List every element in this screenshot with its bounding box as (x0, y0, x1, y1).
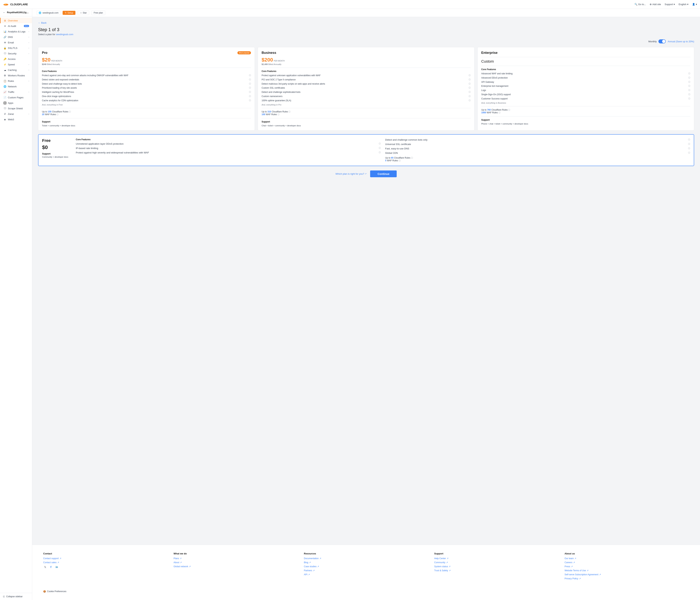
sidebar-item-overview[interactable]: ⊞ Overview (0, 18, 32, 23)
info-icon[interactable]: ⓘ (469, 82, 471, 85)
info-icon[interactable]: ⓘ (688, 143, 690, 145)
info-icon[interactable]: ⓘ (289, 110, 291, 113)
trust-safety-link[interactable]: Trust & Safety ↗ (434, 569, 559, 572)
domain-link[interactable]: seedingsub.com (56, 33, 73, 36)
community-link[interactable]: Community ↗ (434, 561, 559, 564)
billing-toggle-switch[interactable] (658, 40, 666, 43)
star-button[interactable]: ☆ Star (78, 10, 89, 15)
subscription-agreement-link[interactable]: Self-serve Subscription Agreement ↗ (565, 573, 689, 576)
api-link[interactable]: API ↗ (304, 573, 428, 576)
twitter-icon[interactable]: 𝕏 (43, 565, 47, 569)
info-icon[interactable]: ⓘ (249, 99, 251, 102)
our-team-link[interactable]: Our team ↗ (565, 557, 689, 560)
info-icon[interactable]: ⓘ (277, 113, 279, 116)
account-switcher[interactable]: ← Royalthai61091@gm... (0, 9, 32, 16)
sidebar-item-zaraz[interactable]: Z Zaraz › (0, 111, 32, 117)
documentation-link[interactable]: Documentation ↗ (304, 557, 428, 560)
facebook-icon[interactable]: f (49, 565, 53, 569)
info-icon[interactable]: ⓘ (56, 113, 58, 116)
collapse-sidebar-button[interactable]: ⟨⟨ Collapse sidebar (0, 593, 32, 600)
info-icon[interactable]: ⓘ (688, 76, 690, 79)
linkedin-icon[interactable]: in (55, 565, 58, 569)
info-icon[interactable]: ⓘ (688, 151, 690, 154)
sidebar-item-custom-pages[interactable]: 📄 Custom Pages (0, 95, 32, 100)
info-icon[interactable]: ⓘ (379, 147, 381, 149)
info-icon[interactable]: ⓘ (469, 78, 471, 81)
apps-icon: 🔲 (3, 101, 6, 104)
sidebar-item-scrape-shield[interactable]: 🛡 Scrape Shield (0, 106, 32, 111)
info-icon[interactable]: ⓘ (399, 159, 401, 162)
sidebar-item-email[interactable]: ✉ Email › (0, 40, 32, 45)
free-plan-card[interactable]: Free $0 Support Community + developer do… (38, 134, 694, 166)
info-icon[interactable]: ⓘ (249, 78, 251, 81)
case-studies-link[interactable]: Case studies ↗ (304, 565, 428, 568)
terms-link[interactable]: Website Terms of Use ↗ (565, 569, 689, 572)
which-plan-link[interactable]: Which plan is right for you? ↗ (335, 173, 367, 175)
info-icon[interactable]: ⓘ (469, 86, 471, 89)
sidebar-item-security[interactable]: 🛡 Security › (0, 51, 32, 56)
blog-link[interactable]: Blog ↗ (304, 561, 428, 564)
info-icon[interactable]: ⓘ (249, 74, 251, 77)
info-icon[interactable]: ⓘ (498, 111, 500, 114)
contact-support-link[interactable]: Contact support ↗ (43, 557, 168, 560)
info-icon[interactable]: ⓘ (469, 99, 471, 102)
sidebar-item-network[interactable]: 🌐 Network (0, 84, 32, 89)
pro-plan-card[interactable]: Pro Most popular $20 PER MONTH $240 Bill… (38, 47, 255, 130)
info-icon[interactable]: ⓘ (688, 138, 690, 141)
continue-button[interactable]: Continue (370, 171, 397, 177)
info-icon[interactable]: ⓘ (688, 93, 690, 96)
language-selector[interactable]: English ▾ (679, 3, 689, 6)
about-link[interactable]: About ↗ (174, 561, 298, 564)
sidebar-item-rules[interactable]: 📋 Rules › (0, 78, 32, 84)
global-network-link[interactable]: Global network ↗ (174, 565, 298, 568)
careers-link[interactable]: Careers ↗ (565, 561, 689, 564)
info-icon[interactable]: ⓘ (469, 74, 471, 77)
goto-link[interactable]: 🔍 Go to... (634, 3, 646, 6)
cookie-preferences-button[interactable]: 🍪 Cookie Preferences (43, 590, 66, 593)
free-plan-left: Free $0 Support Community + developer do… (42, 138, 71, 162)
addsite-link[interactable]: ⊕ Add site (650, 3, 661, 6)
info-icon[interactable]: ⓘ (249, 95, 251, 98)
info-icon[interactable]: ⓘ (379, 142, 381, 145)
sidebar-item-ai-audit[interactable]: ✦ AI Audit Beta (0, 23, 32, 29)
info-icon[interactable]: ⓘ (69, 110, 71, 113)
info-icon[interactable]: ⓘ (469, 91, 471, 93)
help-center-link[interactable]: Help Center ↗ (434, 557, 559, 560)
sidebar-item-dns[interactable]: 🔗 DNS › (0, 34, 32, 40)
privacy-policy-link[interactable]: Privacy Policy ↗ (565, 577, 689, 580)
partners-link[interactable]: Partners ↗ (304, 569, 428, 572)
info-icon[interactable]: ⓘ (688, 89, 690, 92)
info-icon[interactable]: ⓘ (688, 97, 690, 100)
info-icon[interactable]: ⓘ (249, 82, 251, 85)
sidebar-item-ssl-tls[interactable]: 🔒 SSL/TLS › (0, 45, 32, 51)
business-plan-card[interactable]: Business $200 PER MONTH $2,400 Billed An… (258, 47, 474, 130)
sidebar-item-access[interactable]: 🔑 Access (0, 56, 32, 62)
enterprise-plan-card[interactable]: Enterprise Custom Core Features Advanced… (477, 47, 694, 130)
sidebar-item-workers-routes[interactable]: ⚙ Workers Routes (0, 73, 32, 78)
sidebar-item-caching[interactable]: ☁ Caching › (0, 67, 32, 73)
info-icon[interactable]: ⓘ (688, 72, 690, 75)
sidebar-item-web3[interactable]: ◈ Web3 (0, 117, 32, 122)
support-link[interactable]: Support ▾ (665, 3, 675, 6)
plans-link[interactable]: Plans ↗ (174, 557, 298, 560)
system-status-link[interactable]: System status ↗ (434, 565, 559, 568)
info-icon[interactable]: ⓘ (469, 95, 471, 98)
info-icon[interactable]: ⓘ (411, 157, 413, 159)
sidebar-item-analytics-logs[interactable]: 📊 Analytics & Logs › (0, 29, 32, 34)
user-menu[interactable]: 👤 ▾ (692, 3, 697, 6)
sidebar-item-traffic[interactable]: 📈 Traffic › (0, 89, 32, 95)
cloudflare-logo[interactable]: CLOUDFLARE (3, 3, 28, 6)
info-icon[interactable]: ⓘ (508, 109, 510, 111)
sidebar-item-speed[interactable]: ⚡ Speed › (0, 62, 32, 67)
contact-sales-link[interactable]: Contact sales ↗ (43, 561, 168, 564)
info-icon[interactable]: ⓘ (249, 91, 251, 93)
setup-button[interactable]: ↻ Setup (62, 11, 75, 15)
info-icon[interactable]: ⓘ (249, 86, 251, 89)
sidebar-item-apps[interactable]: 🔲 Apps (0, 100, 32, 106)
back-link[interactable]: ← Back (38, 21, 694, 24)
info-icon[interactable]: ⓘ (688, 84, 690, 88)
info-icon[interactable]: ⓘ (688, 80, 690, 83)
info-icon[interactable]: ⓘ (379, 151, 381, 154)
info-icon[interactable]: ⓘ (688, 147, 690, 150)
press-link[interactable]: Press ↗ (565, 565, 689, 568)
